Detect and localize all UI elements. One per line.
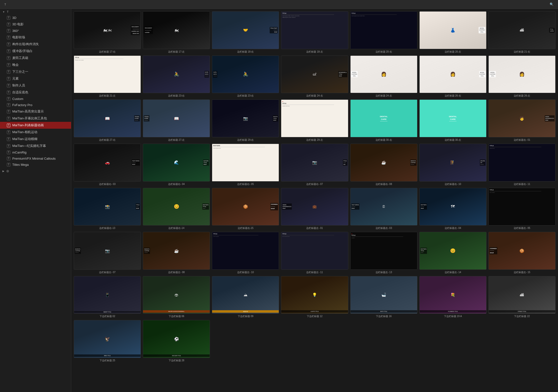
sidebar-item-4[interactable]: T 构件出现/构件消失 bbox=[0, 41, 71, 48]
thumb-label-6: 边栏标题 21-右 bbox=[488, 50, 556, 54]
thumb-item-30[interactable]: 🍪COOKIES────detail 边栏标题右-15 bbox=[212, 188, 279, 230]
thumb-item-50[interactable]: ⚽SOCCER TITLE 下边栏标题 28 bbox=[143, 320, 210, 362]
thumb-item-19[interactable]: DENTALCARE 边栏标题 30-左 bbox=[419, 99, 486, 142]
sidebar-item-9[interactable]: T 元素 bbox=[0, 75, 71, 82]
thumb-item-0[interactable]: 🏍RACEWAY──────subtitle textdetail info 边… bbox=[74, 11, 141, 54]
thumb-item-34[interactable]: TITLEtext content 边栏标题左- 05 bbox=[488, 188, 556, 230]
sidebar-item-5[interactable]: T 缓冲器/开场白 bbox=[0, 48, 71, 55]
sidebar-item-2[interactable]: T 360° bbox=[0, 28, 71, 34]
thumb-item-10[interactable]: 🛋WONDERFULTITLEdetail 边栏标题 24-右 bbox=[281, 56, 348, 98]
thumb-item-37[interactable]: TITLELorem ipsum 边栏标题左- 10 bbox=[212, 232, 279, 274]
thumb-item-16[interactable]: 📷PHOTOTITLEdetail 边栏标题 29-右 bbox=[212, 99, 279, 142]
thumb-item-45[interactable]: 💡LIGHTS TITLE 下边栏标题 12 bbox=[281, 276, 348, 318]
sidebar-item-icon-9: T bbox=[7, 77, 10, 81]
thumb-item-4[interactable]: TITLELorem ipsum text content here 边栏标题 … bbox=[350, 11, 417, 54]
thumb-image-12: 👩MODELCASTINGCALL bbox=[419, 56, 486, 93]
thumb-item-32[interactable]: 🗓TEST DRIVE────detail 边栏标题左- 03 bbox=[350, 188, 417, 230]
thumb-item-13[interactable]: 👩MODELCASTINGCALL 边栏标题 26-左 bbox=[488, 56, 556, 98]
thumb-image-50: ⚽SOCCER TITLE bbox=[143, 320, 210, 358]
thumb-item-27[interactable]: TITLEsample text 边栏标题右- 11 bbox=[488, 144, 556, 186]
thumb-item-41[interactable]: 🍪COOKIES────detail 边栏标题左- 15 bbox=[488, 232, 556, 274]
thumb-item-43[interactable]: 🏟MAJOR LEAGUE BASEBALL 下边栏标题 06 bbox=[143, 276, 210, 318]
topbar: T 🔍 bbox=[0, 0, 558, 9]
thumb-item-5[interactable]: 👗MODELCASTINGCALL 边栏标题 20-左 bbox=[419, 11, 486, 54]
thumb-label-10: 边栏标题 24-右 bbox=[281, 94, 348, 98]
thumb-item-49[interactable]: 🦅BIRD TITLE 下边栏标题 25 bbox=[74, 320, 141, 362]
sidebar-item-0[interactable]: T 3D bbox=[0, 15, 71, 21]
sidebar-item-18[interactable]: T MaiTian-运动模糊 bbox=[0, 136, 71, 142]
sidebar-footer-section[interactable]: ▶ ◎ bbox=[0, 168, 71, 174]
thumb-item-21[interactable]: 🚗TEST DRIVE────detail 边栏标题右- 03 bbox=[74, 144, 141, 186]
search-area: 🔍 bbox=[550, 2, 555, 6]
thumb-item-38[interactable]: TITLEtext content here 边栏标题左- 11 bbox=[281, 232, 348, 274]
thumb-label-14: 边栏标题 27-右 bbox=[74, 138, 141, 142]
sidebar-item-16[interactable]: T MaiTian-列表标题动画 bbox=[0, 122, 71, 129]
thumb-item-39[interactable]: ●TITLEcontent 边栏标题左- 13 bbox=[350, 232, 417, 274]
sidebar-item-label-0: 3D bbox=[12, 16, 16, 20]
thumb-item-22[interactable]: 🌊NATURETITLEdetail 边栏标题右- 04 bbox=[143, 144, 210, 186]
sidebar-item-label-22: Titles Mega bbox=[12, 163, 29, 167]
thumb-item-12[interactable]: 👩MODELCASTINGCALL 边栏标题 26-右 bbox=[419, 56, 486, 98]
thumb-item-33[interactable]: 🗺RAFTERS────detail 边栏标题左- 04 bbox=[419, 188, 486, 230]
thumb-item-29[interactable]: 😊RAFTERSTITLE─── 边栏标题右-14 bbox=[143, 188, 210, 230]
thumb-item-6[interactable]: 🏙TITLEsubtitle 边栏标题 21-右 bbox=[488, 11, 556, 54]
sidebar-item-label-12: Custom bbox=[12, 97, 23, 101]
thumb-item-42[interactable]: 📱SMART TITLE 下边栏标题 02 bbox=[74, 276, 141, 318]
thumb-item-2[interactable]: 🤝TITLE TEXT────detail 边栏标题 18-右 bbox=[212, 11, 279, 54]
thumb-item-48[interactable]: 🏙STREET TITLE 下边栏标题 22 bbox=[488, 276, 556, 318]
sidebar-item-label-2: 360° bbox=[12, 29, 19, 33]
thumb-item-46[interactable]: 🛁BATH TITLE 下边栏标题 16 bbox=[350, 276, 417, 318]
sidebar-item-13[interactable]: T FxFactory Pro bbox=[0, 102, 71, 108]
thumb-label-41: 边栏标题左- 15 bbox=[488, 271, 556, 274]
sidebar-item-3[interactable]: T 电影转场 bbox=[0, 34, 71, 41]
sidebar-item-icon-8: T bbox=[7, 70, 10, 74]
sidebar-item-14[interactable]: T MaiTian-高亮突出显示 bbox=[0, 108, 71, 115]
thumb-label-18: 边栏标题 30-右 bbox=[350, 138, 417, 142]
sidebar-item-icon-16: T bbox=[7, 124, 10, 127]
sidebar-item-1[interactable]: T 3D 电影 bbox=[0, 21, 71, 28]
thumb-item-17[interactable]: ●TITLEcontent text here 边栏标题 29-左 bbox=[281, 99, 348, 142]
sidebar-item-17[interactable]: T MaiTian-相机运动 bbox=[0, 129, 71, 136]
sidebar-item-10[interactable]: T 制作人员 bbox=[0, 82, 71, 89]
thumb-label-13: 边栏标题 26-左 bbox=[488, 94, 556, 98]
sidebar-item-20[interactable]: T mCamRig bbox=[0, 149, 71, 155]
thumb-item-8[interactable]: 🚴DATEDAYS──── 边栏标题 23-右 bbox=[143, 56, 210, 98]
thumb-item-7[interactable]: TITLESample text content 边栏标题 21-左 bbox=[74, 56, 141, 98]
thumb-item-1[interactable]: 🏍RACEWAY──────subtitle 边栏标题 17-左 bbox=[143, 11, 210, 54]
thumb-item-23[interactable]: RAFTERSLorem ipsum text 边栏标题右- 05 bbox=[212, 144, 279, 186]
thumb-item-26[interactable]: 🧗CRUISECIF──── 边栏标题右- 10 bbox=[419, 144, 486, 186]
thumb-item-36[interactable]: ☕BARISTACOFFEE──── 边栏标题左- 08 bbox=[143, 232, 210, 274]
thumb-label-4: 边栏标题 20-右 bbox=[350, 50, 417, 54]
thumb-item-15[interactable]: 📖TRAVELGUIDE──── 边栏标题 27-左 bbox=[143, 99, 210, 142]
thumb-item-25[interactable]: ☕BARISTACOFFEE──── 边栏标题右- 08 bbox=[350, 144, 417, 186]
sidebar-item-7[interactable]: T 晚会 bbox=[0, 61, 71, 68]
sidebar-item-15[interactable]: T MaiTian-开幕比例工具包 bbox=[0, 115, 71, 122]
thumb-item-18[interactable]: DENTALCARE 边栏标题 30-右 bbox=[350, 99, 417, 142]
sidebar-item-22[interactable]: T Titles Mega bbox=[0, 162, 71, 168]
sidebar-item-6[interactable]: T 麦田工具箱 bbox=[0, 55, 71, 61]
thumb-item-28[interactable]: 📸TITLE───detail 边栏标题右-13 bbox=[74, 188, 141, 230]
sidebar-section-header[interactable]: ▼ T bbox=[0, 9, 71, 15]
thumb-item-24[interactable]: 📷TITLE───sub 边栏标题右- 07 bbox=[281, 144, 348, 186]
sidebar-item-8[interactable]: T 下三分之一 bbox=[0, 68, 71, 75]
thumb-label-45: 下边栏标题 12 bbox=[281, 315, 348, 318]
topbar-section-icon: T bbox=[4, 3, 6, 6]
sidebar-item-11[interactable]: T 自适应底色 bbox=[0, 89, 71, 96]
thumb-item-44[interactable]: ⛰标题内容 下边栏标题 09 bbox=[212, 276, 279, 318]
thumb-image-29: 😊RAFTERSTITLE─── bbox=[143, 188, 210, 226]
thumb-item-11[interactable]: 👩MODELCASTINGCALL 边栏标题 24-左 bbox=[350, 56, 417, 98]
sidebar-item-21[interactable]: T PremiumVFX Minimal Callouts bbox=[0, 155, 71, 162]
thumb-item-14[interactable]: 📖TRAVELGUIDE──── 边栏标题 27-右 bbox=[74, 99, 141, 142]
thumb-item-31[interactable]: 💼WORKEXPERIENCESdetail 边栏标题左- 01 bbox=[281, 188, 348, 230]
sidebar-item-icon-11: T bbox=[7, 91, 10, 94]
thumb-item-20[interactable]: 🧑WORKEXPERIENCESdetail 边栏标题右- 01 bbox=[488, 99, 556, 142]
sidebar-item-19[interactable]: T MaiTian—纪实婚礼字幕 bbox=[0, 142, 71, 149]
thumb-image-21: 🚗TEST DRIVE────detail bbox=[74, 144, 141, 182]
thumb-item-35[interactable]: 📷BARISTACOFFEE──── 边栏标题左- 07 bbox=[74, 232, 141, 274]
thumb-item-40[interactable]: 😊RAFTERSTITLE─── 边栏标题左- 14 bbox=[419, 232, 486, 274]
thumb-item-47[interactable]: 💐FLOWERS TITLE 下边栏标题 19 A bbox=[419, 276, 486, 318]
thumb-label-29: 边栏标题右-14 bbox=[143, 226, 210, 230]
thumb-item-9[interactable]: 🚴DATEDAYS──── 边栏标题 23-右 bbox=[212, 56, 279, 98]
thumb-item-3[interactable]: TITLELorem ipsum dolor sit amet consecte… bbox=[281, 11, 348, 54]
sidebar-item-12[interactable]: T Custom bbox=[0, 96, 71, 102]
